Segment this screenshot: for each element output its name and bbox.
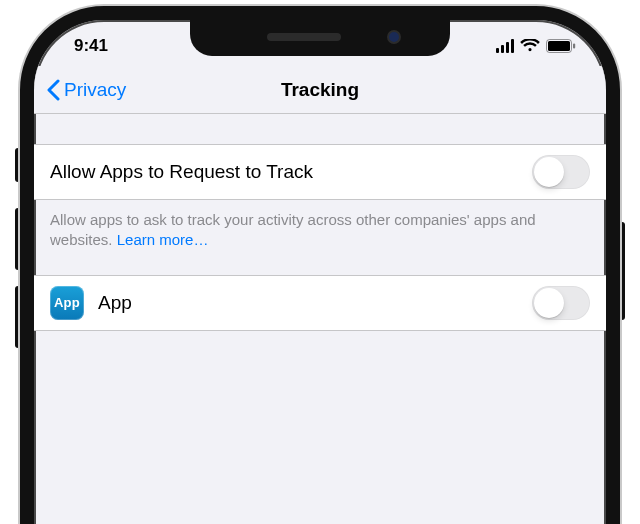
back-button[interactable]: Privacy bbox=[46, 79, 126, 101]
allow-tracking-group: Allow Apps to Request to Track bbox=[34, 144, 606, 200]
app-cell: App App bbox=[34, 275, 606, 331]
allow-tracking-label: Allow Apps to Request to Track bbox=[50, 161, 313, 183]
phone-frame: 9:41 Privacy Tracking Allow Apps bbox=[20, 6, 620, 524]
apps-group: App App bbox=[34, 275, 606, 331]
svg-rect-2 bbox=[573, 44, 575, 49]
back-label: Privacy bbox=[64, 79, 126, 101]
status-bar: 9:41 bbox=[34, 20, 606, 66]
learn-more-link[interactable]: Learn more… bbox=[117, 231, 209, 248]
app-name-label: App bbox=[98, 292, 132, 314]
app-icon-text: App bbox=[54, 295, 80, 310]
allow-tracking-toggle[interactable] bbox=[532, 155, 590, 189]
toggle-knob bbox=[534, 157, 564, 187]
nav-bar: Privacy Tracking bbox=[34, 66, 606, 114]
app-icon: App bbox=[50, 286, 84, 320]
chevron-left-icon bbox=[46, 79, 60, 101]
status-icons bbox=[496, 33, 580, 53]
allow-tracking-cell: Allow Apps to Request to Track bbox=[34, 144, 606, 200]
svg-rect-1 bbox=[548, 41, 570, 51]
allow-tracking-footer: Allow apps to ask to track your activity… bbox=[34, 200, 606, 275]
battery-icon bbox=[546, 39, 576, 53]
status-time: 9:41 bbox=[60, 30, 108, 56]
toggle-knob bbox=[534, 288, 564, 318]
content: Allow Apps to Request to Track Allow app… bbox=[34, 114, 606, 331]
wifi-icon bbox=[520, 39, 540, 53]
app-toggle[interactable] bbox=[532, 286, 590, 320]
cellular-signal-icon bbox=[496, 39, 514, 53]
